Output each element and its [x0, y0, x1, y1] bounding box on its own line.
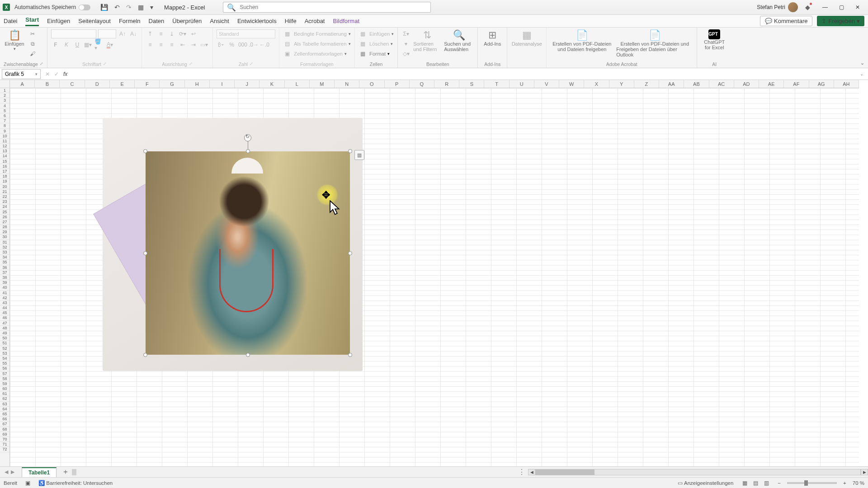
row-header[interactable]: 19: [0, 179, 9, 184]
row-header[interactable]: 37: [0, 270, 9, 275]
row-header[interactable]: 43: [0, 300, 9, 305]
column-header[interactable]: Y: [609, 80, 634, 88]
column-header[interactable]: M: [310, 80, 335, 88]
tab-bildformat[interactable]: Bildformat: [333, 18, 359, 24]
row-header[interactable]: 16: [0, 164, 9, 169]
row-header[interactable]: 62: [0, 396, 9, 401]
bold-icon[interactable]: F: [51, 40, 60, 49]
delete-cells-button[interactable]: ▦Löschen▾: [359, 39, 393, 48]
row-header[interactable]: 24: [0, 204, 9, 209]
chatgpt-button[interactable]: GPT ChatGPT for Excel: [701, 29, 728, 50]
indent-decrease-icon[interactable]: ⇤: [178, 40, 187, 49]
font-name-input[interactable]: [51, 29, 96, 38]
column-header[interactable]: J: [235, 80, 259, 88]
italic-icon[interactable]: K: [62, 40, 71, 49]
tab-ansicht[interactable]: Ansicht: [210, 18, 229, 24]
clear-icon[interactable]: ◇▾: [401, 49, 410, 58]
search-input[interactable]: [240, 4, 427, 10]
select-all-button[interactable]: [0, 80, 10, 88]
column-header[interactable]: S: [459, 80, 484, 88]
row-header[interactable]: 57: [0, 371, 9, 376]
resize-handle-ml[interactable]: [143, 251, 147, 255]
row-header[interactable]: 47: [0, 321, 9, 326]
row-header[interactable]: 13: [0, 149, 9, 154]
scroll-right-icon[interactable]: ▶: [861, 469, 868, 475]
tab-acrobat[interactable]: Acrobat: [305, 18, 325, 24]
row-header[interactable]: 10: [0, 134, 9, 139]
column-header[interactable]: Q: [410, 80, 434, 88]
macro-record-icon[interactable]: ▣: [25, 480, 30, 486]
thousands-icon[interactable]: 000: [238, 40, 247, 49]
column-header[interactable]: X: [584, 80, 609, 88]
redo-icon[interactable]: ↷: [126, 4, 132, 11]
accessibility-status[interactable]: ♿ Barrierefreiheit: Untersuchen: [38, 480, 113, 486]
scroll-left-icon[interactable]: ◀: [528, 469, 535, 475]
create-pdf-outlook-button[interactable]: 📄 Erstellen von PDF-Dateien und Freigebe…: [616, 29, 693, 57]
row-header[interactable]: 1: [0, 88, 9, 93]
column-header[interactable]: H: [185, 80, 210, 88]
column-header[interactable]: AB: [684, 80, 709, 88]
column-header[interactable]: E: [110, 80, 135, 88]
insert-cells-button[interactable]: ▦Einfügen▾: [359, 29, 394, 38]
column-header[interactable]: L: [285, 80, 310, 88]
row-header[interactable]: 66: [0, 417, 9, 422]
zoom-out-icon[interactable]: −: [778, 480, 781, 486]
row-header[interactable]: 25: [0, 210, 9, 215]
row-header[interactable]: 34: [0, 255, 9, 260]
row-header[interactable]: 61: [0, 391, 9, 396]
column-header[interactable]: U: [509, 80, 534, 88]
decrease-decimal-icon[interactable]: ←.0: [260, 40, 269, 49]
fx-icon[interactable]: fx: [63, 71, 67, 77]
row-header[interactable]: 49: [0, 331, 9, 336]
percent-icon[interactable]: %: [227, 40, 236, 49]
row-header[interactable]: 59: [0, 381, 9, 386]
column-header[interactable]: D: [85, 80, 110, 88]
camera-icon[interactable]: ▦: [138, 4, 144, 11]
row-header[interactable]: 30: [0, 235, 9, 239]
resize-handle-bm[interactable]: [246, 353, 250, 357]
picture-options-smarttag[interactable]: ▥: [354, 150, 364, 160]
column-header[interactable]: AH: [834, 80, 859, 88]
dialog-launcher-icon[interactable]: ⤢: [250, 61, 253, 67]
format-painter-icon[interactable]: 🖌: [28, 49, 37, 58]
row-header[interactable]: 31: [0, 240, 9, 245]
column-header[interactable]: G: [160, 80, 184, 88]
row-header[interactable]: 60: [0, 386, 9, 391]
row-header[interactable]: 53: [0, 351, 9, 356]
resize-handle-bl[interactable]: [143, 353, 147, 357]
scroll-thumb[interactable]: [536, 469, 594, 475]
dialog-launcher-icon[interactable]: ⤢: [103, 61, 107, 67]
column-header[interactable]: AE: [759, 80, 784, 88]
align-left-icon[interactable]: ≡: [146, 40, 155, 49]
column-header[interactable]: I: [210, 80, 235, 88]
autosum-icon[interactable]: Σ▾: [401, 29, 410, 38]
column-header[interactable]: P: [385, 80, 410, 88]
row-header[interactable]: 52: [0, 346, 9, 351]
column-header[interactable]: C: [60, 80, 85, 88]
dialog-launcher-icon[interactable]: ⤢: [40, 61, 43, 67]
borders-icon[interactable]: ▦▾: [84, 40, 93, 49]
row-header[interactable]: 14: [0, 154, 9, 159]
share-button[interactable]: ⇪ Freigeben ▾: [817, 16, 864, 26]
row-header[interactable]: 28: [0, 225, 9, 230]
row-header[interactable]: 21: [0, 189, 9, 194]
name-box[interactable]: Grafik 5 ▾: [2, 69, 41, 79]
align-right-icon[interactable]: ≡: [167, 40, 176, 49]
row-header[interactable]: 56: [0, 366, 9, 371]
currency-icon[interactable]: ₿▾: [217, 40, 226, 49]
row-header[interactable]: 26: [0, 215, 9, 220]
row-header[interactable]: 23: [0, 199, 9, 204]
tab-scroll-left-icon[interactable]: ◀: [5, 469, 8, 475]
tab-ueberpruefen[interactable]: Überprüfen: [172, 18, 202, 24]
column-header[interactable]: F: [135, 80, 160, 88]
find-select-button[interactable]: 🔍 Suchen und Auswählen: [444, 29, 474, 52]
row-header[interactable]: 27: [0, 220, 9, 225]
row-header[interactable]: 3: [0, 98, 9, 103]
view-normal-icon[interactable]: ▦: [740, 479, 750, 487]
column-header[interactable]: V: [534, 80, 559, 88]
tab-seitenlayout[interactable]: Seitenlayout: [78, 18, 111, 24]
row-header[interactable]: 67: [0, 422, 9, 427]
column-header[interactable]: AF: [784, 80, 809, 88]
fill-color-icon[interactable]: 🪣▾: [94, 40, 104, 49]
row-header[interactable]: 33: [0, 250, 9, 255]
